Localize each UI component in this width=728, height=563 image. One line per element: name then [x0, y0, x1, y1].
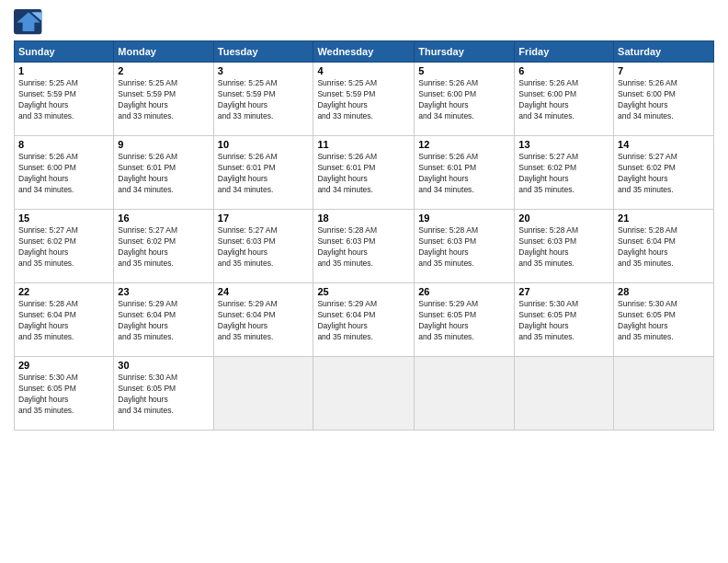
col-tuesday: Tuesday — [213, 41, 313, 63]
calendar-week-row: 15Sunrise: 5:27 AMSunset: 6:02 PMDayligh… — [15, 210, 714, 283]
day-number: 14 — [618, 139, 710, 150]
calendar-cell — [515, 357, 614, 431]
day-info: Sunrise: 5:26 AMSunset: 6:01 PMDaylight … — [418, 152, 510, 196]
col-thursday: Thursday — [415, 41, 515, 63]
day-info: Sunrise: 5:26 AMSunset: 6:01 PMDaylight … — [317, 152, 410, 196]
main-container: Sunday Monday Tuesday Wednesday Thursday… — [0, 0, 728, 440]
day-info: Sunrise: 5:25 AMSunset: 5:59 PMDaylight … — [317, 78, 410, 122]
calendar-cell: 24Sunrise: 5:29 AMSunset: 6:04 PMDayligh… — [213, 283, 313, 357]
day-number: 30 — [118, 360, 209, 371]
day-info: Sunrise: 5:25 AMSunset: 5:59 PMDaylight … — [118, 78, 209, 122]
calendar-cell: 1Sunrise: 5:25 AMSunset: 5:59 PMDaylight… — [15, 63, 114, 136]
calendar-cell: 19Sunrise: 5:28 AMSunset: 6:03 PMDayligh… — [415, 210, 515, 283]
calendar-cell: 28Sunrise: 5:30 AMSunset: 6:05 PMDayligh… — [614, 283, 714, 357]
day-number: 10 — [218, 139, 310, 150]
calendar-cell: 10Sunrise: 5:26 AMSunset: 6:01 PMDayligh… — [213, 136, 313, 210]
day-info: Sunrise: 5:27 AMSunset: 6:02 PMDaylight … — [18, 225, 109, 270]
calendar-cell: 15Sunrise: 5:27 AMSunset: 6:02 PMDayligh… — [15, 210, 114, 283]
calendar-cell: 11Sunrise: 5:26 AMSunset: 6:01 PMDayligh… — [313, 136, 415, 210]
calendar-cell: 23Sunrise: 5:29 AMSunset: 6:04 PMDayligh… — [114, 283, 213, 357]
day-number: 13 — [518, 139, 609, 150]
day-info: Sunrise: 5:28 AMSunset: 6:04 PMDaylight … — [18, 299, 109, 343]
day-info: Sunrise: 5:26 AMSunset: 6:01 PMDaylight … — [218, 152, 310, 196]
calendar-cell: 20Sunrise: 5:28 AMSunset: 6:03 PMDayligh… — [515, 210, 614, 283]
day-number: 26 — [418, 286, 510, 297]
day-info: Sunrise: 5:26 AMSunset: 6:00 PMDaylight … — [418, 78, 510, 122]
calendar-week-row: 8Sunrise: 5:26 AMSunset: 6:00 PMDaylight… — [15, 136, 714, 210]
calendar-cell: 16Sunrise: 5:27 AMSunset: 6:02 PMDayligh… — [114, 210, 213, 283]
day-info: Sunrise: 5:27 AMSunset: 6:02 PMDaylight … — [118, 225, 209, 270]
calendar-cell: 30Sunrise: 5:30 AMSunset: 6:05 PMDayligh… — [114, 357, 213, 431]
day-info: Sunrise: 5:29 AMSunset: 6:04 PMDaylight … — [317, 299, 410, 343]
day-number: 8 — [18, 139, 109, 150]
day-number: 29 — [18, 360, 109, 371]
day-info: Sunrise: 5:28 AMSunset: 6:03 PMDaylight … — [518, 225, 609, 270]
calendar-cell: 4Sunrise: 5:25 AMSunset: 5:59 PMDaylight… — [313, 63, 415, 136]
day-number: 23 — [118, 286, 209, 297]
calendar-cell: 3Sunrise: 5:25 AMSunset: 5:59 PMDaylight… — [213, 63, 313, 136]
day-info: Sunrise: 5:30 AMSunset: 6:05 PMDaylight … — [618, 299, 710, 343]
calendar-cell: 2Sunrise: 5:25 AMSunset: 5:59 PMDaylight… — [114, 63, 213, 136]
calendar-table: Sunday Monday Tuesday Wednesday Thursday… — [14, 40, 714, 431]
day-info: Sunrise: 5:28 AMSunset: 6:03 PMDaylight … — [418, 225, 510, 270]
day-info: Sunrise: 5:26 AMSunset: 6:00 PMDaylight … — [618, 78, 710, 122]
calendar-cell: 5Sunrise: 5:26 AMSunset: 6:00 PMDaylight… — [415, 63, 515, 136]
calendar-cell: 26Sunrise: 5:29 AMSunset: 6:05 PMDayligh… — [415, 283, 515, 357]
calendar-cell: 27Sunrise: 5:30 AMSunset: 6:05 PMDayligh… — [515, 283, 614, 357]
calendar-header-row: Sunday Monday Tuesday Wednesday Thursday… — [15, 41, 714, 63]
day-info: Sunrise: 5:26 AMSunset: 6:01 PMDaylight … — [118, 152, 209, 196]
day-number: 21 — [618, 213, 710, 224]
day-info: Sunrise: 5:26 AMSunset: 6:00 PMDaylight … — [18, 152, 109, 196]
day-number: 16 — [118, 213, 209, 224]
day-number: 12 — [418, 139, 510, 150]
day-number: 11 — [317, 139, 410, 150]
day-info: Sunrise: 5:27 AMSunset: 6:03 PMDaylight … — [218, 225, 310, 270]
calendar-cell: 25Sunrise: 5:29 AMSunset: 6:04 PMDayligh… — [313, 283, 415, 357]
calendar-cell — [614, 357, 714, 431]
calendar-cell: 6Sunrise: 5:26 AMSunset: 6:00 PMDaylight… — [515, 63, 614, 136]
day-number: 22 — [18, 286, 109, 297]
day-number: 1 — [18, 65, 109, 76]
day-number: 25 — [317, 286, 410, 297]
day-number: 28 — [618, 286, 710, 297]
day-info: Sunrise: 5:30 AMSunset: 6:05 PMDaylight … — [518, 299, 609, 343]
day-info: Sunrise: 5:27 AMSunset: 6:02 PMDaylight … — [618, 152, 710, 196]
logo — [14, 9, 47, 35]
day-number: 3 — [218, 65, 310, 76]
day-info: Sunrise: 5:30 AMSunset: 6:05 PMDaylight … — [118, 373, 209, 417]
day-number: 7 — [618, 65, 710, 76]
day-number: 9 — [118, 139, 209, 150]
day-info: Sunrise: 5:27 AMSunset: 6:02 PMDaylight … — [518, 152, 609, 196]
day-info: Sunrise: 5:25 AMSunset: 5:59 PMDaylight … — [18, 78, 109, 122]
calendar-cell: 22Sunrise: 5:28 AMSunset: 6:04 PMDayligh… — [15, 283, 114, 357]
calendar-cell — [313, 357, 415, 431]
calendar-cell: 18Sunrise: 5:28 AMSunset: 6:03 PMDayligh… — [313, 210, 415, 283]
day-number: 15 — [18, 213, 109, 224]
day-number: 18 — [317, 213, 410, 224]
calendar-cell: 17Sunrise: 5:27 AMSunset: 6:03 PMDayligh… — [213, 210, 313, 283]
calendar-cell — [415, 357, 515, 431]
calendar-cell: 29Sunrise: 5:30 AMSunset: 6:05 PMDayligh… — [15, 357, 114, 431]
calendar-week-row: 29Sunrise: 5:30 AMSunset: 6:05 PMDayligh… — [15, 357, 714, 431]
day-number: 27 — [518, 286, 609, 297]
calendar-cell: 21Sunrise: 5:28 AMSunset: 6:04 PMDayligh… — [614, 210, 714, 283]
day-info: Sunrise: 5:29 AMSunset: 6:04 PMDaylight … — [218, 299, 310, 343]
day-info: Sunrise: 5:28 AMSunset: 6:03 PMDaylight … — [317, 225, 410, 270]
calendar-week-row: 22Sunrise: 5:28 AMSunset: 6:04 PMDayligh… — [15, 283, 714, 357]
day-info: Sunrise: 5:26 AMSunset: 6:00 PMDaylight … — [518, 78, 609, 122]
day-info: Sunrise: 5:29 AMSunset: 6:04 PMDaylight … — [118, 299, 209, 343]
day-info: Sunrise: 5:25 AMSunset: 5:59 PMDaylight … — [218, 78, 310, 122]
day-info: Sunrise: 5:28 AMSunset: 6:04 PMDaylight … — [618, 225, 710, 270]
day-number: 5 — [418, 65, 510, 76]
col-wednesday: Wednesday — [313, 41, 415, 63]
day-number: 2 — [118, 65, 209, 76]
day-number: 17 — [218, 213, 310, 224]
day-number: 24 — [218, 286, 310, 297]
calendar-cell: 8Sunrise: 5:26 AMSunset: 6:00 PMDaylight… — [15, 136, 114, 210]
calendar-cell: 7Sunrise: 5:26 AMSunset: 6:00 PMDaylight… — [614, 63, 714, 136]
col-saturday: Saturday — [614, 41, 714, 63]
day-info: Sunrise: 5:30 AMSunset: 6:05 PMDaylight … — [18, 373, 109, 417]
header — [14, 9, 714, 35]
day-info: Sunrise: 5:29 AMSunset: 6:05 PMDaylight … — [418, 299, 510, 343]
day-number: 20 — [518, 213, 609, 224]
